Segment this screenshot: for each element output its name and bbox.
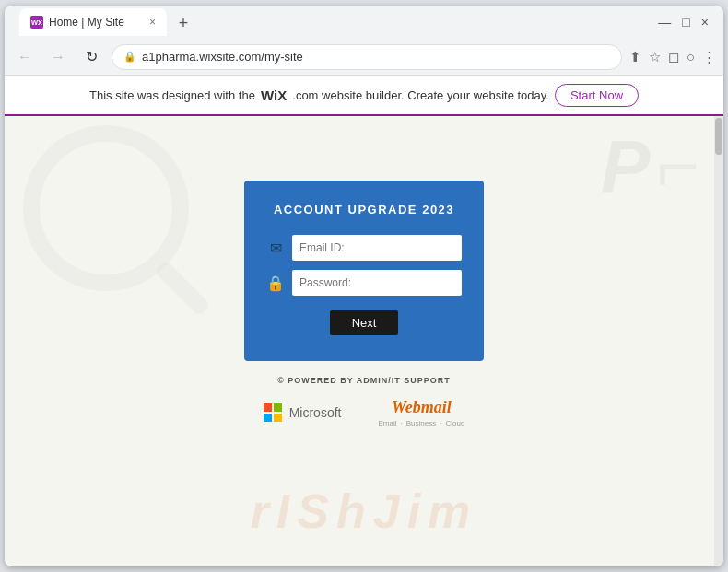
page-footer: © POWERED BY ADMIN/IT SUPPORT Microsoft … <box>264 376 465 427</box>
browser-window: wx Home | My Site × + — □ × ← → ↻ 🔒 a1ph… <box>5 6 723 566</box>
scrollbar-thumb[interactable] <box>715 118 722 155</box>
ms-green-square <box>274 403 282 412</box>
logo-watermark: P ⌐ <box>601 116 696 211</box>
email-row: ✉ <box>266 235 462 261</box>
close-button[interactable]: × <box>701 15 709 29</box>
tab-title: Home | My Site <box>49 16 144 29</box>
password-input[interactable] <box>292 270 462 296</box>
url-text: a1pharma.wixsite.com/my-site <box>142 50 303 64</box>
tab-close-button[interactable]: × <box>149 16 156 29</box>
new-tab-button[interactable]: + <box>170 10 196 36</box>
url-bar[interactable]: 🔒 a1pharma.wixsite.com/my-site <box>112 44 622 70</box>
wix-banner: This site was designed with the WWiXiX .… <box>5 76 723 116</box>
email-icon: ✉ <box>266 239 285 257</box>
page-content: P ⌐ rIShJim ACCOUNT UPGRADE 2023 ✉ 🔒 Nex… <box>5 116 723 566</box>
email-input[interactable] <box>292 235 462 261</box>
maximize-button[interactable]: □ <box>682 15 689 29</box>
address-right-icons: ⬆ ☆ ◻ ○ ⋮ <box>629 49 716 65</box>
webmail-logo: Webmail Email · Business · Cloud <box>378 398 464 427</box>
text-watermark: rIShJim <box>5 484 723 539</box>
wix-banner-text-after: .com website builder. Create your websit… <box>292 88 549 102</box>
ms-yellow-square <box>274 414 282 422</box>
browser-tab[interactable]: wx Home | My Site × <box>19 8 167 36</box>
back-button[interactable]: ← <box>12 44 38 70</box>
title-bar: wx Home | My Site × + — □ × <box>5 6 723 39</box>
menu-icon[interactable]: ⋮ <box>702 49 716 65</box>
address-bar: ← → ↻ 🔒 a1pharma.wixsite.com/my-site ⬆ ☆… <box>5 39 723 76</box>
scrollbar[interactable] <box>714 116 723 566</box>
microsoft-logo: Microsoft <box>264 403 342 422</box>
security-lock-icon: 🔒 <box>123 51 136 63</box>
next-button[interactable]: Next <box>330 310 399 335</box>
login-card: ACCOUNT UPGRADE 2023 ✉ 🔒 Next <box>244 181 484 361</box>
magnifier-watermark <box>23 125 189 291</box>
share-icon[interactable]: ⬆ <box>629 49 641 65</box>
card-title: ACCOUNT UPGRADE 2023 <box>266 203 462 216</box>
wix-logo: WWiXiX <box>261 88 287 103</box>
extensions-icon[interactable]: ◻ <box>668 49 679 65</box>
webmail-label: Webmail <box>378 398 464 417</box>
lock-icon: 🔒 <box>266 274 285 292</box>
refresh-button[interactable]: ↻ <box>78 44 104 70</box>
powered-by-text: © POWERED BY ADMIN/IT SUPPORT <box>264 376 465 385</box>
window-right-controls: — □ × <box>658 15 716 29</box>
password-row: 🔒 <box>266 270 462 296</box>
webmail-sublabel: Email · Business · Cloud <box>378 419 464 427</box>
wix-banner-text-before: This site was designed with the <box>89 88 255 102</box>
minimize-button[interactable]: — <box>658 15 671 29</box>
ms-blue-square <box>264 414 272 422</box>
start-now-button[interactable]: Start Now <box>555 84 639 107</box>
profile-icon[interactable]: ○ <box>687 49 695 64</box>
ms-red-square <box>264 403 272 412</box>
brand-logos: Microsoft Webmail Email · Business · Clo… <box>264 398 465 427</box>
tab-favicon: wx <box>30 16 43 29</box>
microsoft-label: Microsoft <box>289 405 342 420</box>
forward-button[interactable]: → <box>45 44 71 70</box>
bookmark-icon[interactable]: ☆ <box>649 49 661 65</box>
tab-bar: wx Home | My Site × + <box>19 8 658 36</box>
microsoft-grid-icon <box>264 403 282 422</box>
